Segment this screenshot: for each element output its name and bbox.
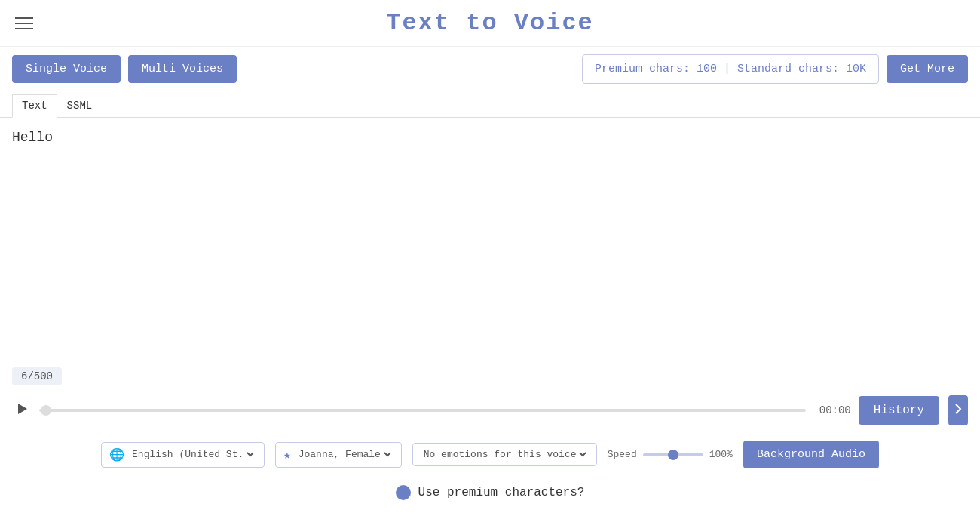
header: Text to Voice [0,0,980,47]
emotions-select[interactable]: No emotions for this voice [421,448,589,461]
toolbar: Single Voice Multi Voices Premium chars:… [0,47,980,91]
speed-slider[interactable] [643,453,703,456]
chevron-right-icon [954,403,962,415]
star-icon: ★ [283,447,291,462]
text-editor-container: Hello [0,118,980,364]
speed-control: Speed 100% [608,449,733,460]
voice-select[interactable]: Joanna, Female [296,448,394,461]
speed-value: 100% [709,449,733,460]
play-icon [15,402,29,416]
background-audio-button[interactable]: Background Audio [743,441,879,468]
play-button[interactable] [12,399,32,422]
multi-voices-button[interactable]: Multi Voices [128,55,237,83]
chars-display: Premium chars: 100 | Standard chars: 10K [582,54,879,84]
chars-info-container: Premium chars: 100 | Standard chars: 10K… [582,54,968,84]
language-selector[interactable]: 🌐 English (United St. [101,442,265,468]
get-more-button[interactable]: Get More [887,55,968,83]
controls-row: 🌐 English (United St. ★ Joanna, Female N… [0,432,980,478]
menu-icon[interactable] [15,17,33,29]
single-voice-button[interactable]: Single Voice [12,55,121,83]
char-count: 6/500 [12,367,62,385]
text-input[interactable]: Hello [12,130,968,349]
progress-bar[interactable] [39,409,806,412]
audio-player: 00:00 History [0,389,980,432]
progress-container [39,409,806,412]
globe-icon: 🌐 [109,447,124,462]
tab-ssml[interactable]: SSML [57,94,103,117]
emotions-selector[interactable]: No emotions for this voice [412,443,597,466]
premium-row: Use premium characters? [0,478,980,508]
history-button[interactable]: History [859,396,939,425]
tabs-container: Text SSML [0,91,980,118]
tab-text[interactable]: Text [12,94,57,118]
premium-label: Use premium characters? [418,486,585,499]
svg-marker-0 [18,404,27,414]
arrow-right-button[interactable] [948,395,968,425]
counter-bar: 6/500 [0,364,980,389]
generate-row: ▶ [0,508,980,516]
speed-label: Speed [608,449,637,460]
voice-selector[interactable]: ★ Joanna, Female [275,442,402,468]
progress-thumb[interactable] [41,405,51,416]
premium-toggle[interactable] [396,485,411,500]
language-select[interactable]: English (United St. [129,448,256,461]
time-display: 00:00 [813,404,851,416]
page-title: Text to Voice [386,9,594,37]
